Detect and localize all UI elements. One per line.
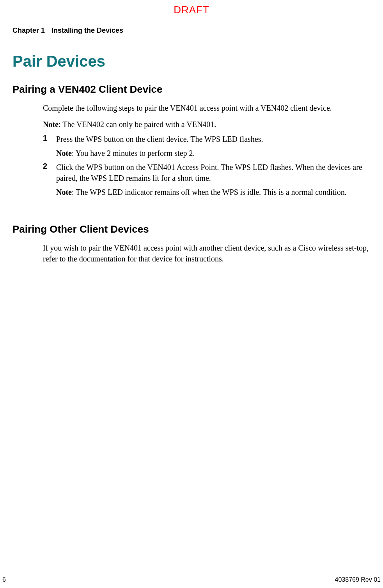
section-pairing-ven402: Pairing a VEN402 Client Device Complete … <box>12 83 372 201</box>
intro-paragraph: Complete the following steps to pair the… <box>43 102 372 113</box>
note-label: Note <box>43 120 59 129</box>
note-label: Note <box>56 188 72 196</box>
draft-watermark: DRAFT <box>174 4 209 16</box>
step-text: Press the WPS button on the client devic… <box>56 134 372 145</box>
step-number: 1 <box>43 134 56 145</box>
step-text: Click the WPS button on the VEN401 Acces… <box>56 162 372 184</box>
page-footer: 6 4038769 Rev 01 <box>2 576 381 583</box>
chapter-title: Installing the Devices <box>51 26 123 34</box>
page-title: Pair Devices <box>12 53 105 70</box>
step-number: 2 <box>43 162 56 184</box>
step-1-note: Note: You have 2 minutes to perform step… <box>56 148 372 159</box>
chapter-header: Chapter 1 Installing the Devices <box>12 26 123 35</box>
section-pairing-other: Pairing Other Client Devices If you wish… <box>12 223 372 270</box>
section-heading: Pairing a VEN402 Client Device <box>12 83 372 95</box>
note-body: : The VEN402 can only be paired with a V… <box>59 120 216 129</box>
document-id: 4038769 Rev 01 <box>335 576 381 583</box>
step-1: 1 Press the WPS button on the client dev… <box>43 134 372 145</box>
note-body: : You have 2 minutes to perform step 2. <box>72 149 195 157</box>
step-2: 2 Click the WPS button on the VEN401 Acc… <box>43 162 372 184</box>
body-paragraph: If you wish to pair the VEN401 access po… <box>43 242 372 264</box>
section-heading: Pairing Other Client Devices <box>12 223 372 235</box>
page-number: 6 <box>2 576 6 583</box>
note-label: Note <box>56 149 72 157</box>
step-2-note: Note: The WPS LED indicator remains off … <box>56 187 372 198</box>
note-body: : The WPS LED indicator remains off when… <box>72 188 347 196</box>
note-paragraph: Note: The VEN402 can only be paired with… <box>43 119 372 130</box>
chapter-number: Chapter 1 <box>12 26 45 34</box>
